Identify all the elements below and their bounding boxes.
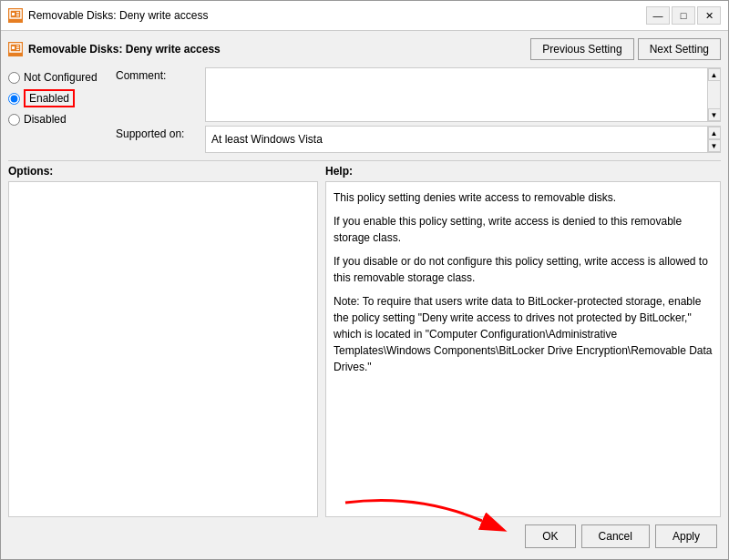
svg-rect-6 [12,46,15,49]
enabled-label: Enabled [24,89,75,107]
help-label: Help: [325,165,721,178]
svg-rect-4 [16,15,19,16]
supported-row: Supported on: At least Windows Vista ▲ ▼ [116,126,721,153]
right-section: Comment: ▲ ▼ Supported on: [116,67,721,153]
options-content [8,181,318,517]
next-setting-button[interactable]: Next Setting [638,38,721,60]
comment-row: Comment: ▲ ▼ [116,67,721,122]
cancel-button[interactable]: Cancel [581,524,650,548]
top-section: Not Configured Enabled Disabled Comment: [8,67,721,153]
help-panel: Help: This policy setting denies write a… [325,165,721,517]
window-content: Removable Disks: Deny write access Previ… [1,31,728,559]
title-bar: Removable Disks: Deny write access — □ ✕ [1,1,728,31]
dialog-title: Removable Disks: Deny write access [8,42,221,56]
minimize-button[interactable]: — [646,6,670,25]
radio-group: Not Configured Enabled Disabled [8,67,108,153]
svg-rect-3 [16,14,19,15]
svg-rect-0 [10,10,21,18]
close-button[interactable]: ✕ [697,6,721,25]
svg-rect-1 [12,13,15,15]
window-controls: — □ ✕ [646,6,721,25]
help-content: This policy setting denies write access … [325,181,721,517]
disabled-option[interactable]: Disabled [8,113,108,126]
supported-scroll-down[interactable]: ▼ [708,139,721,152]
main-area: Not Configured Enabled Disabled Comment: [8,67,721,517]
dialog-title-text: Removable Disks: Deny write access [28,43,221,56]
main-window: Removable Disks: Deny write access — □ ✕ [0,0,729,560]
window-title: Removable Disks: Deny write access [28,9,641,22]
disabled-radio[interactable] [8,114,20,126]
divider [8,160,721,161]
not-configured-label: Not Configured [24,71,98,84]
svg-rect-9 [16,49,19,50]
svg-rect-7 [16,46,19,46]
supported-wrapper: At least Windows Vista ▲ ▼ [205,126,721,153]
dialog-icon [8,42,23,56]
supported-scrollbar[interactable]: ▲ ▼ [708,126,721,153]
supported-value: At least Windows Vista [205,126,708,153]
comment-wrapper: ▲ ▼ [205,67,721,122]
scroll-down-btn[interactable]: ▼ [708,108,721,121]
window-icon [8,8,23,23]
svg-rect-2 [16,12,19,13]
svg-rect-5 [10,44,21,52]
svg-rect-8 [16,47,19,48]
enabled-radio[interactable] [8,93,20,105]
disabled-label: Disabled [24,113,67,126]
footer: OK Cancel Apply [8,517,721,552]
help-p1: This policy setting denies write access … [334,189,713,206]
options-label: Options: [8,165,318,178]
supported-scroll-up[interactable]: ▲ [708,127,721,139]
apply-button[interactable]: Apply [655,524,717,548]
help-p4: Note: To require that users write data t… [334,293,713,375]
not-configured-radio[interactable] [8,72,20,84]
not-configured-option[interactable]: Not Configured [8,71,108,84]
ok-button[interactable]: OK [525,524,575,548]
nav-buttons: Previous Setting Next Setting [530,38,721,60]
comment-input[interactable] [205,67,708,122]
options-panel: Options: [8,165,318,517]
previous-setting-button[interactable]: Previous Setting [530,38,633,60]
header-row: Removable Disks: Deny write access Previ… [8,38,721,60]
enabled-option[interactable]: Enabled [8,89,108,107]
supported-label: Supported on: [116,126,198,140]
help-p3: If you disable or do not configure this … [334,253,713,286]
scroll-up-btn[interactable]: ▲ [708,68,721,81]
comment-label: Comment: [116,67,198,82]
help-p2: If you enable this policy setting, write… [334,213,713,246]
bottom-section: Options: Help: This policy setting denie… [8,165,721,517]
comment-scrollbar[interactable]: ▲ ▼ [708,67,721,122]
maximize-button[interactable]: □ [672,6,695,25]
